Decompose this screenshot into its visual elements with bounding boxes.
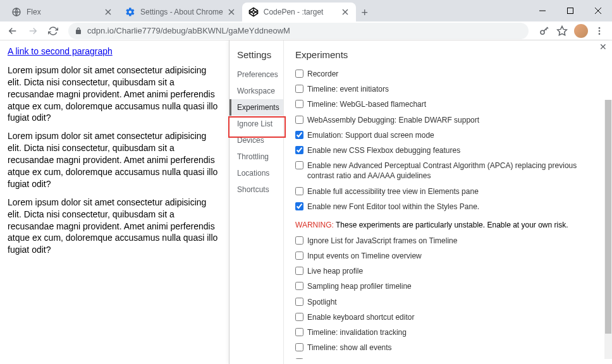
experiment-checkbox[interactable] <box>295 252 303 260</box>
experiment-row: Enable keyboard shortcut editor <box>295 310 597 325</box>
svg-point-3 <box>541 30 544 34</box>
svg-marker-4 <box>558 26 567 35</box>
experiment-row: Enable new Advanced Perceptual Contrast … <box>295 158 597 183</box>
experiment-row: Input events on Timeline overview <box>295 248 597 264</box>
experiment-checkbox[interactable] <box>295 161 303 169</box>
experiment-label: Spotlight <box>307 297 337 307</box>
experiment-label: Enable keyboard shortcut editor <box>307 312 414 322</box>
experiments-list: RecorderTimeline: event initiatorsTimeli… <box>295 66 601 359</box>
experiments-title: Experiments <box>295 49 601 60</box>
experiment-checkbox[interactable] <box>295 328 303 336</box>
experiment-label: Input events on Timeline overview <box>307 251 422 261</box>
experiment-row: Enable new CSS Flexbox debugging feature… <box>295 143 597 158</box>
experiment-checkbox[interactable] <box>295 313 303 321</box>
codepen-icon <box>248 7 259 17</box>
reload-button[interactable] <box>44 22 62 40</box>
experiment-label: Live heap profile <box>307 266 363 276</box>
paragraph-2: Lorem ipsum dolor sit amet consectetur a… <box>8 130 223 190</box>
star-icon[interactable] <box>556 25 568 37</box>
svg-point-5 <box>599 27 601 29</box>
experiment-checkbox[interactable] <box>295 343 303 351</box>
experiment-label: Timeline: invalidation tracking <box>307 327 407 337</box>
warning-prefix: WARNING: <box>295 221 334 229</box>
experiment-label: Emulation: Support dual screen mode <box>307 130 434 140</box>
warning-body: These experiments are particularly unsta… <box>334 221 568 229</box>
experiment-checkbox[interactable] <box>295 70 303 78</box>
experiment-row: Live heap profile <box>295 264 597 279</box>
experiment-label: Enable new CSS Flexbox debugging feature… <box>307 145 460 155</box>
experiment-checkbox[interactable] <box>295 267 303 275</box>
experiment-checkbox[interactable] <box>295 236 303 245</box>
browser-tab-strip: Flex Settings - About Chrome CodePen - :… <box>0 0 612 21</box>
experiment-checkbox[interactable] <box>295 100 303 108</box>
tab-flex[interactable]: Flex <box>5 3 119 21</box>
experiment-row: Timeline: event initiators <box>295 82 597 97</box>
scrollbar-thumb[interactable] <box>605 100 611 334</box>
back-button[interactable] <box>4 22 21 40</box>
sidebar-item-experiments[interactable]: Experiments <box>230 99 283 116</box>
experiment-checkbox[interactable] <box>295 202 303 210</box>
sidebar-item-shortcuts[interactable]: Shortcuts <box>230 181 283 198</box>
experiment-checkbox[interactable] <box>295 282 303 290</box>
tab-title: Flex <box>27 8 100 16</box>
svg-point-6 <box>599 30 601 32</box>
tab-title: Settings - About Chrome <box>140 8 223 16</box>
close-icon[interactable] <box>104 8 113 16</box>
experiment-row: Timeline: invalidation tracking <box>295 325 597 340</box>
experiment-label: Timeline: WebGL-based flamechart <box>307 99 426 109</box>
sidebar-item-locations[interactable]: Locations <box>230 165 283 181</box>
url-text: cdpn.io/Charlie7779/debug/abBKWNL/gaMeYd… <box>87 26 290 35</box>
link-second-paragraph[interactable]: A link to second paragraph <box>8 46 113 56</box>
sidebar-item-workspace[interactable]: Workspace <box>230 83 283 99</box>
experiment-checkbox[interactable] <box>295 298 303 306</box>
experiment-checkbox[interactable] <box>295 187 303 195</box>
warning-text: WARNING: These experiments are particula… <box>295 221 597 229</box>
experiment-checkbox[interactable] <box>295 358 303 359</box>
scrollbar[interactable] <box>604 100 612 359</box>
experiment-label: Timeline: V8 Runtime Call Stats on Timel… <box>307 358 455 359</box>
sidebar-item-preferences[interactable]: Preferences <box>230 66 283 83</box>
key-icon[interactable] <box>539 25 550 37</box>
close-button[interactable] <box>584 1 612 20</box>
experiment-label: Enable full accessibility tree view in E… <box>307 186 479 197</box>
experiment-row: Enable new Font Editor tool within the S… <box>295 199 597 214</box>
settings-sidebar: Settings PreferencesWorkspaceExperiments… <box>230 40 284 364</box>
experiment-row: Sampling heap profiler timeline <box>295 279 597 294</box>
experiment-checkbox[interactable] <box>295 85 303 93</box>
experiment-label: Enable new Font Editor tool within the S… <box>307 202 479 212</box>
experiment-label: Recorder <box>307 69 338 79</box>
experiment-label: WebAssembly Debugging: Enable DWARF supp… <box>307 115 479 125</box>
close-icon[interactable] <box>341 8 350 16</box>
forward-button[interactable] <box>24 22 42 40</box>
experiment-checkbox[interactable] <box>295 146 303 154</box>
maximize-button[interactable] <box>556 1 584 20</box>
experiment-checkbox[interactable] <box>295 131 303 139</box>
experiment-row: WebAssembly Debugging: Enable DWARF supp… <box>295 112 597 128</box>
gear-icon <box>125 7 135 17</box>
experiment-row: Timeline: WebGL-based flamechart <box>295 97 597 112</box>
profile-avatar[interactable] <box>574 24 588 38</box>
paragraph-3: Lorem ipsum dolor sit amet consectetur a… <box>8 197 223 256</box>
experiment-label: Enable new Advanced Perceptual Contrast … <box>307 161 597 181</box>
experiment-label: Ignore List for JavaScript frames on Tim… <box>307 236 457 246</box>
tab-title: CodePen - :target <box>264 8 337 16</box>
tab-codepen[interactable]: CodePen - :target <box>242 3 356 21</box>
experiment-row: Timeline: show all events <box>295 340 597 355</box>
sidebar-item-devices[interactable]: Devices <box>230 132 283 149</box>
svg-point-7 <box>599 33 601 35</box>
new-tab-button[interactable]: + <box>356 4 374 21</box>
sidebar-item-ignore-list[interactable]: Ignore List <box>230 116 283 132</box>
browser-toolbar: cdpn.io/Charlie7779/debug/abBKWNL/gaMeYd… <box>0 21 612 40</box>
close-icon[interactable]: ✕ <box>599 42 607 52</box>
menu-button[interactable] <box>594 26 604 36</box>
experiment-row: Spotlight <box>295 294 597 310</box>
page-viewport: A link to second paragraph Lorem ipsum d… <box>0 40 612 364</box>
experiment-row: Recorder <box>295 66 597 82</box>
devtools-settings-panel: Settings PreferencesWorkspaceExperiments… <box>229 40 612 364</box>
close-icon[interactable] <box>227 8 236 16</box>
minimize-button[interactable] <box>529 1 556 20</box>
experiment-checkbox[interactable] <box>295 116 303 124</box>
sidebar-item-throttling[interactable]: Throttling <box>230 149 283 165</box>
address-bar[interactable]: cdpn.io/Charlie7779/debug/abBKWNL/gaMeYd… <box>68 23 529 39</box>
tab-settings[interactable]: Settings - About Chrome <box>119 3 242 21</box>
